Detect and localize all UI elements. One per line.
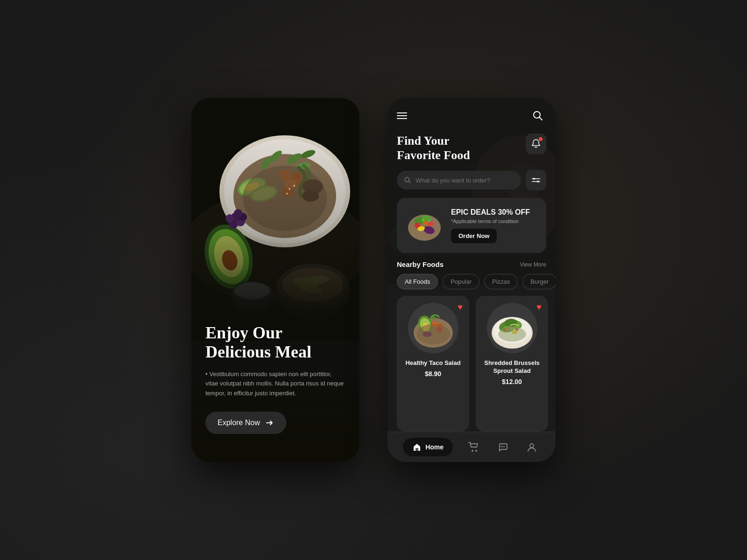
svg-point-102 bbox=[503, 446, 504, 447]
brussels-price: $12.00 bbox=[482, 378, 542, 385]
chat-icon bbox=[498, 442, 508, 452]
main-headline: Enjoy Our Delicious Meal bbox=[205, 323, 345, 362]
tab-popular[interactable]: Popular bbox=[443, 274, 479, 289]
nav-chat-button[interactable] bbox=[494, 439, 511, 455]
menu-line-2 bbox=[397, 115, 407, 116]
explore-btn-label: Explore Now bbox=[218, 419, 260, 427]
left-phone-content: Enjoy Our Delicious Meal Vestibulum comm… bbox=[205, 323, 345, 434]
filter-icon bbox=[531, 175, 541, 185]
taco-salad-name: Healthy Taco Salad bbox=[403, 359, 463, 367]
deals-food-image bbox=[403, 204, 445, 246]
right-phone-ui: Find Your Favorite Food bbox=[388, 98, 556, 462]
brussels-svg bbox=[486, 302, 538, 354]
arrow-icon bbox=[265, 418, 274, 427]
search-input[interactable] bbox=[416, 177, 514, 184]
svg-point-58 bbox=[533, 178, 535, 180]
svg-point-100 bbox=[500, 446, 501, 447]
search-bar bbox=[397, 170, 546, 190]
menu-button[interactable] bbox=[397, 112, 407, 119]
deals-info: EPIC DEALS 30% OFF *Applicable terms of … bbox=[451, 208, 540, 243]
search-input-icon bbox=[404, 176, 411, 184]
svg-line-57 bbox=[409, 181, 410, 183]
right-phone: Find Your Favorite Food bbox=[388, 98, 556, 462]
svg-rect-68 bbox=[423, 221, 428, 225]
menu-line-3 bbox=[397, 118, 407, 119]
deals-title: EPIC DEALS 30% OFF bbox=[451, 208, 540, 217]
search-icon bbox=[533, 111, 543, 121]
nav-home-button[interactable]: Home bbox=[403, 438, 453, 456]
taco-salad-image bbox=[408, 302, 459, 354]
svg-line-55 bbox=[539, 117, 542, 120]
deals-bowl-svg bbox=[403, 204, 445, 246]
deals-subtitle: *Applicable terms of condition bbox=[451, 218, 540, 224]
brussels-name: Shredded Brussels Sprout Salad bbox=[482, 359, 542, 375]
food-card-taco-salad[interactable]: ♥ bbox=[397, 296, 469, 432]
svg-point-76 bbox=[428, 220, 430, 222]
search-input-wrap[interactable] bbox=[397, 171, 521, 189]
svg-point-99 bbox=[475, 450, 477, 452]
svg-point-71 bbox=[429, 222, 434, 226]
order-now-button[interactable]: Order Now bbox=[451, 229, 497, 243]
notification-button[interactable] bbox=[526, 133, 546, 154]
category-tabs: All Foods Popular Pizzas Burger bbox=[388, 274, 556, 296]
food-card-brussels[interactable]: ♥ bbox=[476, 296, 548, 432]
explore-now-button[interactable]: Explore Now bbox=[205, 412, 286, 434]
svg-point-74 bbox=[422, 219, 424, 222]
heart-icon-1[interactable]: ♥ bbox=[458, 302, 463, 312]
bottom-navigation: Home bbox=[388, 432, 556, 462]
taco-salad-price: $8.90 bbox=[403, 370, 463, 378]
heart-icon-2[interactable]: ♥ bbox=[536, 302, 542, 312]
brussels-image bbox=[486, 302, 538, 354]
hero-section: Find Your Favorite Food bbox=[388, 129, 556, 170]
app-header bbox=[388, 98, 556, 129]
filter-button[interactable] bbox=[526, 170, 546, 190]
nearby-foods-header: Nearby Foods View More bbox=[388, 260, 556, 274]
cart-icon bbox=[468, 442, 479, 452]
tab-all-foods[interactable]: All Foods bbox=[397, 274, 438, 289]
header-search-button[interactable] bbox=[529, 107, 546, 124]
deals-banner: EPIC DEALS 30% OFF *Applicable terms of … bbox=[397, 198, 546, 253]
home-icon bbox=[412, 442, 422, 452]
svg-point-103 bbox=[530, 444, 534, 448]
taco-salad-svg bbox=[408, 302, 459, 354]
svg-point-101 bbox=[502, 446, 503, 447]
tab-pizzas[interactable]: Pizzas bbox=[484, 274, 518, 289]
nav-profile-button[interactable] bbox=[523, 439, 540, 455]
svg-point-86 bbox=[416, 324, 450, 344]
menu-line-1 bbox=[397, 112, 407, 113]
nav-cart-button[interactable] bbox=[465, 439, 482, 455]
profile-icon bbox=[527, 442, 537, 452]
svg-point-97 bbox=[498, 327, 526, 342]
svg-point-75 bbox=[424, 218, 427, 221]
notification-dot bbox=[539, 137, 543, 141]
svg-point-59 bbox=[537, 181, 539, 182]
left-phone: Enjoy Our Delicious Meal Vestibulum comm… bbox=[191, 98, 359, 462]
subtext: Vestibulum commodo sapien non elit portt… bbox=[205, 370, 345, 399]
nav-home-label: Home bbox=[425, 443, 444, 451]
svg-point-98 bbox=[472, 450, 473, 452]
nearby-foods-title: Nearby Foods bbox=[397, 260, 444, 268]
food-cards-list: ♥ bbox=[388, 296, 556, 432]
view-more-link[interactable]: View More bbox=[520, 261, 546, 268]
tab-burger[interactable]: Burger bbox=[522, 274, 556, 289]
hero-title: Find Your Favorite Food bbox=[397, 133, 470, 162]
